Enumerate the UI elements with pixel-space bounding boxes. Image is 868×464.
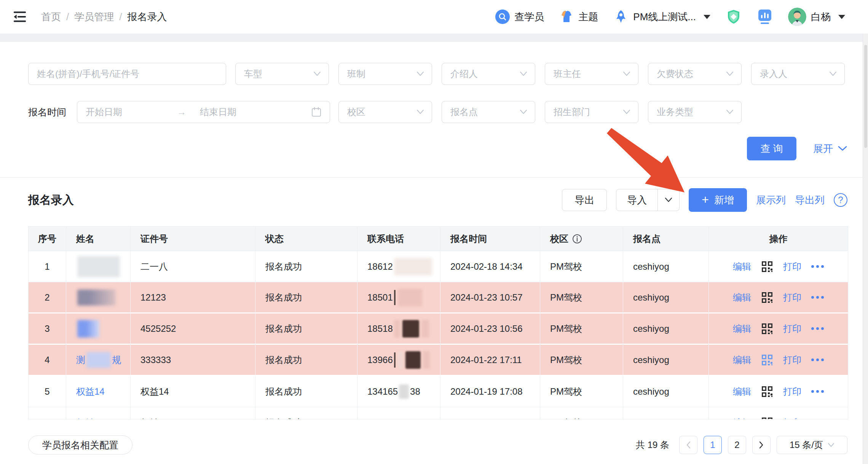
- add-button[interactable]: + 新增: [689, 188, 747, 212]
- filter-select-班制[interactable]: 班制: [338, 63, 432, 85]
- more-actions-icon[interactable]: [811, 327, 824, 330]
- search-student-button[interactable]: 查学员: [495, 10, 544, 24]
- more-actions-icon[interactable]: [811, 296, 824, 299]
- column-header-8: 操作: [709, 227, 848, 251]
- page-button-1[interactable]: 1: [704, 436, 722, 454]
- table-row-1: 1二一八报名成功186122024-02-18 14:34PM驾校ceshiyo…: [29, 251, 848, 282]
- qrcode-icon[interactable]: [761, 417, 773, 420]
- page-button-2[interactable]: 2: [728, 436, 746, 454]
- filter-select-校区[interactable]: 校区: [338, 101, 432, 123]
- table-row-6: 6权益13权益13报名成功151354743772024-01-19 17:07…: [29, 407, 848, 419]
- edit-link[interactable]: 编辑: [733, 354, 751, 366]
- print-link[interactable]: 打印: [783, 261, 801, 273]
- pagination: 共 19 条 12 15 条/页: [636, 436, 847, 454]
- edit-link[interactable]: 编辑: [733, 417, 751, 420]
- name-link[interactable]: 权益13: [76, 417, 105, 420]
- filter-row-2: 报名时间 开始日期 → 结束日期 校区报名点招生部门业务类型: [28, 101, 847, 123]
- print-link[interactable]: 打印: [783, 323, 801, 335]
- rocket-icon: [613, 9, 629, 24]
- import-dropdown[interactable]: [657, 189, 679, 211]
- cell-text: 134165: [367, 386, 398, 397]
- date-range-picker[interactable]: 开始日期 → 结束日期: [77, 101, 330, 123]
- edit-link[interactable]: 编辑: [733, 291, 751, 304]
- more-actions-icon[interactable]: [811, 265, 824, 268]
- filter-select-招生部门[interactable]: 招生部门: [545, 101, 638, 123]
- prev-page-button[interactable]: [679, 436, 697, 454]
- cell-time: 2024-01-22 17:11: [440, 345, 540, 375]
- filter-select-车型[interactable]: 车型: [235, 63, 329, 85]
- chevron-down-icon: [726, 109, 734, 115]
- cell-status: 报名成功: [255, 407, 357, 419]
- print-link[interactable]: 打印: [783, 386, 801, 398]
- show-columns-link[interactable]: 展示列: [756, 194, 786, 207]
- info-icon[interactable]: [572, 234, 582, 244]
- filter-select-业务类型[interactable]: 业务类型: [648, 101, 742, 123]
- edit-link[interactable]: 编辑: [733, 261, 751, 273]
- expand-filters-link[interactable]: 展开: [813, 142, 847, 155]
- print-link[interactable]: 打印: [783, 291, 801, 304]
- theme-button[interactable]: 主题: [559, 10, 598, 24]
- filter-select-班主任[interactable]: 班主任: [545, 63, 638, 85]
- page-gap: [0, 34, 868, 42]
- name-link[interactable]: 测: [76, 354, 85, 366]
- page-scrollbar[interactable]: [863, 34, 868, 464]
- cell-time: 2024-02-18 14:34: [440, 251, 540, 282]
- qrcode-icon[interactable]: [761, 323, 773, 335]
- calendar-icon: [311, 106, 322, 118]
- redaction-blur: [394, 258, 432, 275]
- table-row-5: 5权益14权益14报名成功134165382024-01-19 17:08PM驾…: [29, 376, 848, 407]
- enrollment-config-button[interactable]: 学员报名相关配置: [28, 435, 132, 454]
- edit-link[interactable]: 编辑: [733, 323, 751, 335]
- cell-text: 15135474377: [367, 418, 423, 420]
- redaction-blur: [421, 320, 429, 338]
- cell-text: 38: [410, 386, 420, 397]
- name-link[interactable]: 规: [112, 354, 121, 366]
- more-actions-icon[interactable]: [811, 390, 824, 393]
- search-button[interactable]: 查 询: [747, 137, 796, 160]
- cell-cert: 333333: [131, 345, 255, 375]
- qrcode-icon[interactable]: [761, 291, 773, 304]
- print-link[interactable]: 打印: [783, 417, 801, 420]
- filter-select-报名点[interactable]: 报名点: [442, 101, 535, 123]
- edit-link[interactable]: 编辑: [733, 386, 751, 398]
- main-panel: 车型班制介绍人班主任欠费状态录入人 报名时间 开始日期 → 结束日期 校区: [0, 42, 868, 454]
- next-page-button[interactable]: [752, 436, 771, 454]
- export-button[interactable]: 导出: [562, 189, 607, 211]
- chevron-down-icon: [704, 15, 710, 19]
- cell-actions: 编辑打印: [709, 282, 848, 312]
- keyword-input[interactable]: [28, 63, 226, 85]
- end-date-placeholder: 结束日期: [200, 106, 291, 118]
- org-switcher[interactable]: PM线上测试...: [613, 9, 710, 24]
- more-actions-icon[interactable]: [811, 358, 824, 361]
- filter-select-欠费状态[interactable]: 欠费状态: [648, 63, 742, 85]
- filter-selects-1: 车型班制介绍人班主任欠费状态录入人: [235, 63, 845, 85]
- chevron-down-icon: [416, 109, 424, 115]
- security-shield-button[interactable]: [726, 9, 742, 25]
- help-icon[interactable]: ?: [834, 193, 847, 207]
- filter-select-介绍人[interactable]: 介绍人: [442, 63, 535, 85]
- app-window: 首页 / 学员管理 / 报名录入 查学员 主题: [0, 0, 868, 464]
- cell-phone: 18518: [357, 314, 440, 344]
- print-link[interactable]: 打印: [783, 354, 801, 366]
- breadcrumb-home[interactable]: 首页: [41, 10, 61, 24]
- plus-icon: +: [702, 194, 709, 206]
- cell-index: 3: [29, 314, 66, 344]
- scrollbar-thumb[interactable]: [864, 45, 867, 148]
- qrcode-icon[interactable]: [761, 386, 773, 398]
- user-menu[interactable]: 白杨: [788, 8, 845, 26]
- breadcrumb-student-mgmt[interactable]: 学员管理: [74, 10, 114, 24]
- page-size-select[interactable]: 15 条/页: [777, 436, 847, 454]
- filter-select-录入人[interactable]: 录入人: [751, 63, 845, 85]
- table-row-4: 4测规333333报名成功139662024-01-22 17:11PM驾校ce…: [29, 345, 848, 376]
- report-chart-button[interactable]: [757, 9, 773, 25]
- cell-status: 报名成功: [255, 314, 357, 344]
- import-button[interactable]: 导入: [616, 189, 680, 211]
- name-link[interactable]: 权益14: [76, 386, 105, 398]
- export-columns-link[interactable]: 导出列: [795, 194, 825, 207]
- cell-phone: 13966: [357, 345, 440, 375]
- qrcode-icon[interactable]: [761, 261, 773, 273]
- redaction-blur: [77, 256, 120, 277]
- collapse-menu-icon[interactable]: [11, 8, 28, 25]
- cell-status: 报名成功: [255, 282, 357, 312]
- qrcode-icon[interactable]: [761, 354, 773, 366]
